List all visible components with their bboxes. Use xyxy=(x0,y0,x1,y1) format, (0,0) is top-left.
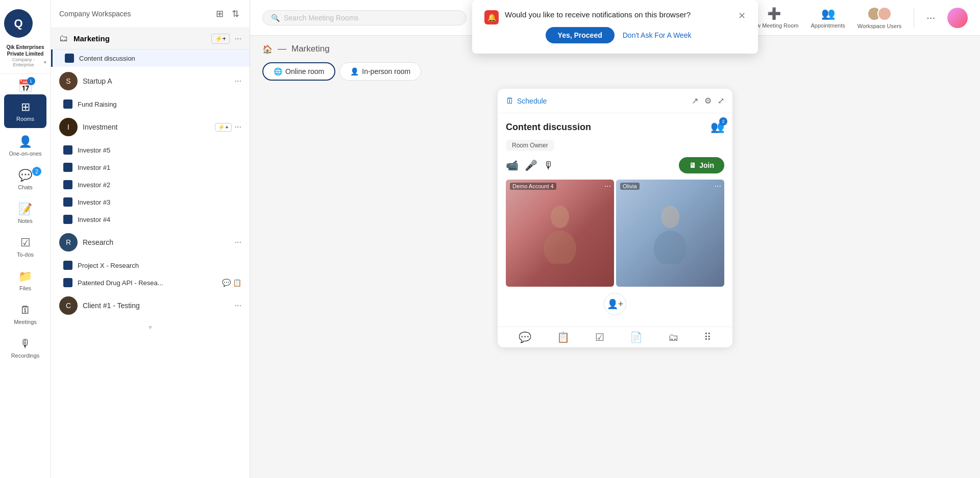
room-name-patented-drug: Patented Drug API - Resea... xyxy=(78,279,220,287)
marketing-group-name: Marketing xyxy=(74,34,206,43)
room-item-investor-2[interactable]: Investor #2 xyxy=(51,176,250,193)
marketing-folder-icon: 🗂 xyxy=(59,33,68,44)
notif-actions: Yes, Proceed Don't Ask For A Week xyxy=(505,27,732,43)
mic-off-btn[interactable]: 🎙 xyxy=(544,160,554,171)
company-dropdown-arrow: ▾ xyxy=(44,60,46,65)
startup-a-group-header[interactable]: S Startup A ··· xyxy=(51,67,250,95)
company-sub: Company - Enterprise xyxy=(4,57,43,67)
client-1-more-btn[interactable]: ··· xyxy=(235,301,241,310)
sort-workspace-btn[interactable]: ⇅ xyxy=(230,6,241,21)
brand-logo-letter: Q xyxy=(14,17,22,30)
investment-add-btn[interactable]: ⚡+ xyxy=(215,123,231,132)
toolbar-more-btn[interactable]: ⠿ xyxy=(704,331,712,343)
notif-bell-icon: 🔔 xyxy=(484,10,499,24)
room-type-tabs: 🌐 Online room 👤 In-person room xyxy=(250,54,980,89)
room-name-project-x: Project X - Research xyxy=(78,262,241,269)
research-group-header[interactable]: R Research ··· xyxy=(51,228,250,257)
join-btn[interactable]: 🖥 Join xyxy=(679,157,724,173)
room-item-content-discussion[interactable]: Content discussion xyxy=(51,49,250,67)
investment-group-header[interactable]: I Investment ⚡+ ··· xyxy=(51,113,250,141)
expand-btn[interactable]: ⤢ xyxy=(718,96,724,106)
room-item-investor-1[interactable]: Investor #1 xyxy=(51,159,250,176)
workspace-users-action[interactable]: Workspace Users xyxy=(857,7,902,29)
calendar-icon-area[interactable]: 📅 1 xyxy=(0,74,51,93)
room-title-text: Marketing xyxy=(291,44,330,54)
sidebar-item-files[interactable]: 📁 Files xyxy=(0,264,51,297)
room-item-investor-3[interactable]: Investor #3 xyxy=(51,193,250,211)
sidebar-item-meetings[interactable]: 🗓 Meetings xyxy=(0,297,51,331)
calendar-badge: 1 xyxy=(27,77,35,85)
user-avatar[interactable] xyxy=(947,8,968,28)
brand-logo: Q xyxy=(4,9,33,38)
appointments-label: Appointments xyxy=(811,22,845,29)
startup-a-avatar: S xyxy=(59,72,78,90)
more-menu-btn[interactable]: ··· xyxy=(926,12,935,23)
sidebar-item-one-on-ones[interactable]: 👤 One-on-ones xyxy=(0,129,51,163)
room-indicator-fund-raising xyxy=(63,99,72,109)
room-breadcrumb: — xyxy=(278,44,286,54)
client-1-group-name: Client #1 - Testing xyxy=(83,301,235,310)
olivia-more-btn[interactable]: ··· xyxy=(715,182,721,191)
room-item-patented-drug[interactable]: Patented Drug API - Resea... 💬 📋 xyxy=(51,274,250,291)
notif-dismiss-btn[interactable]: Don't Ask For A Week xyxy=(623,27,692,43)
search-box[interactable]: 🔍 Search Meeting Rooms xyxy=(262,10,467,26)
participants-count[interactable]: 👥 2 xyxy=(710,120,724,134)
room-indicator-investor-5 xyxy=(63,145,72,155)
sidebar-item-notes[interactable]: 📝 Notes xyxy=(0,196,51,230)
room-item-project-x[interactable]: Project X - Research xyxy=(51,257,250,274)
investment-more-btn[interactable]: ··· xyxy=(235,122,241,132)
sidebar-recordings-label: Recordings xyxy=(11,353,40,359)
rooms-icon: ⊞ xyxy=(21,100,30,114)
company-logo-area[interactable]: Q xyxy=(0,5,51,42)
calendar-badge-wrapper[interactable]: 📅 1 xyxy=(18,79,33,93)
tab-inperson-room[interactable]: 👤 In-person room xyxy=(339,62,421,81)
meeting-card-header: 🗓 Schedule ↗ ⚙ ⤢ xyxy=(498,89,732,113)
meeting-card-wrapper: 🗓 Schedule ↗ ⚙ ⤢ Content discussion xyxy=(250,89,980,347)
recordings-icon: 🎙 xyxy=(20,337,31,350)
meeting-card-body: Content discussion 👥 2 Room Owner 📹 🎤 🎙 xyxy=(498,113,732,326)
marketing-add-btn[interactable]: ⚡+ xyxy=(211,34,230,44)
room-item-investor-5[interactable]: Investor #5 xyxy=(51,141,250,159)
client-1-group-header[interactable]: C Client #1 - Testing ··· xyxy=(51,291,250,320)
sidebar-chats-label: Chats xyxy=(18,184,33,190)
inperson-room-label: In-person room xyxy=(362,67,410,76)
room-item-investor-4[interactable]: Investor #4 xyxy=(51,211,250,228)
notif-proceed-btn[interactable]: Yes, Proceed xyxy=(546,27,615,43)
room-item-fund-raising[interactable]: Fund Raising xyxy=(51,95,250,113)
toolbar-tasks-btn[interactable]: ☑ xyxy=(595,331,604,343)
sidebar-files-label: Files xyxy=(19,285,31,291)
toolbar-files-btn[interactable]: 🗂 xyxy=(668,332,678,343)
sidebar-notes-label: Notes xyxy=(18,218,33,224)
sidebar-item-todos[interactable]: ☑ To-dos xyxy=(0,230,51,264)
mic-btn[interactable]: 🎤 xyxy=(525,159,537,171)
marketing-more-btn[interactable]: ··· xyxy=(235,34,241,43)
research-more-btn[interactable]: ··· xyxy=(235,238,241,247)
appointments-action[interactable]: 👥 Appointments xyxy=(811,7,845,29)
video-btn[interactable]: 📹 xyxy=(506,159,519,171)
chats-icon: 💬 xyxy=(18,169,32,182)
toolbar-notes-btn[interactable]: 📋 xyxy=(557,331,570,343)
toolbar-chat-btn[interactable]: 💬 xyxy=(519,331,531,343)
sidebar-item-recordings[interactable]: 🎙 Recordings xyxy=(0,331,51,365)
demo4-more-btn[interactable]: ··· xyxy=(604,182,611,191)
demo4-label: Demo Account 4 xyxy=(510,183,556,190)
notif-close-btn[interactable]: ✕ xyxy=(738,10,746,21)
video-grid: Demo Account 4 ··· xyxy=(506,180,724,287)
sidebar-item-rooms[interactable]: ⊞ Rooms xyxy=(4,94,46,128)
settings-btn[interactable]: ⚙ xyxy=(704,96,712,106)
room-name-investor-3: Investor #3 xyxy=(78,198,241,206)
startup-a-more-btn[interactable]: ··· xyxy=(235,77,241,86)
startup-a-avatar-letter: S xyxy=(66,77,70,85)
meeting-card: 🗓 Schedule ↗ ⚙ ⤢ Content discussion xyxy=(498,89,732,347)
share-btn[interactable]: ↗ xyxy=(692,96,698,106)
tab-online-room[interactable]: 🌐 Online room xyxy=(262,62,335,81)
toolbar-docs-btn[interactable]: 📄 xyxy=(630,331,643,343)
company-info[interactable]: Qik Enterprises Private Limited Company … xyxy=(0,42,51,74)
sidebar-item-chats[interactable]: 💬 Chats 2 xyxy=(0,163,51,196)
investment-actions: ⚡+ ··· xyxy=(215,122,241,132)
appointments-icon-wrapper: 👥 xyxy=(821,7,835,20)
schedule-link[interactable]: 🗓 Schedule xyxy=(506,96,547,106)
svg-point-1 xyxy=(544,231,576,264)
add-workspace-btn[interactable]: ⊞ xyxy=(214,6,226,21)
add-participant-btn[interactable]: 👤+ xyxy=(604,293,626,315)
